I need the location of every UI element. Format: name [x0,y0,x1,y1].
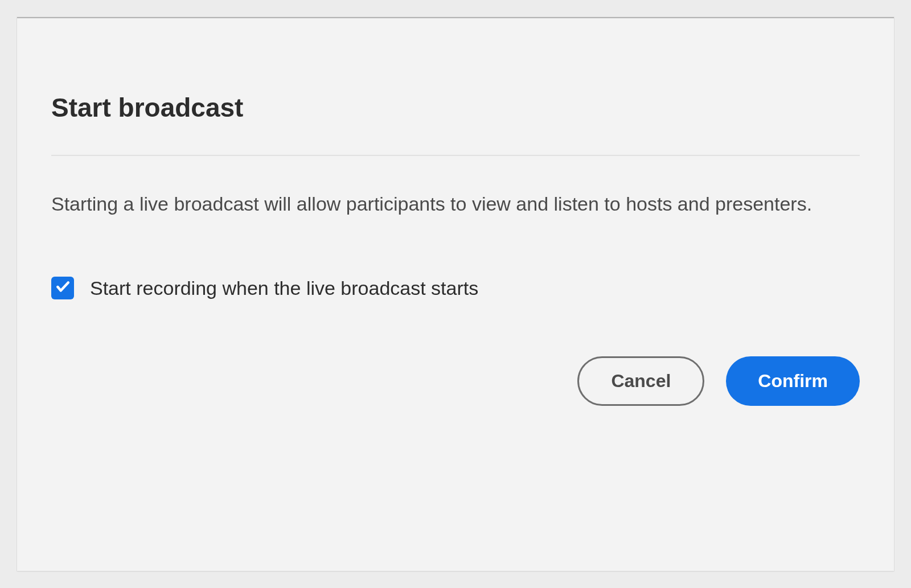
dialog-description: Starting a live broadcast will allow par… [51,188,860,220]
start-recording-checkbox[interactable] [51,277,74,299]
confirm-button[interactable]: Confirm [726,356,860,406]
cancel-button[interactable]: Cancel [577,356,704,406]
checkmark-icon [55,279,70,297]
start-recording-label[interactable]: Start recording when the live broadcast … [90,277,478,299]
divider [51,155,860,156]
start-recording-checkbox-row[interactable]: Start recording when the live broadcast … [51,277,860,299]
start-broadcast-dialog: Start broadcast Starting a live broadcas… [17,17,894,571]
dialog-button-row: Cancel Confirm [51,356,860,406]
dialog-title: Start broadcast [51,92,860,123]
